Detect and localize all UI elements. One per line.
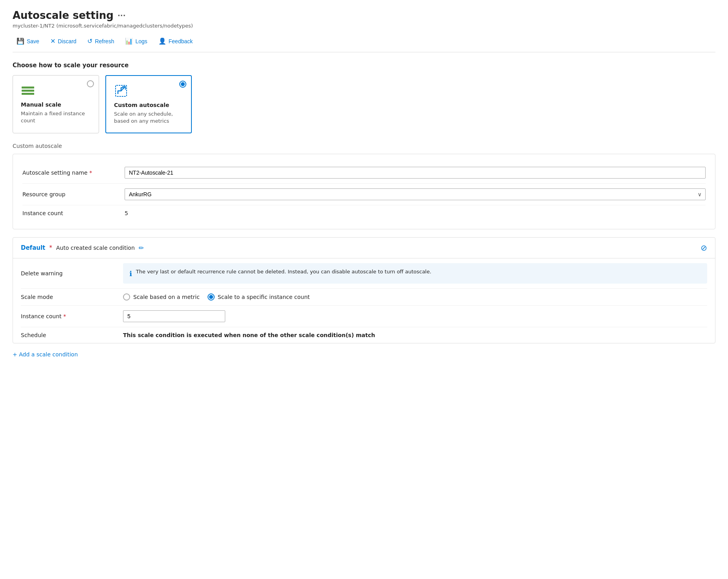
form-row-name: Autoscale setting name * bbox=[22, 162, 706, 184]
form-label-resource-group: Resource group bbox=[22, 191, 125, 197]
form-row-scale-mode: Scale mode Scale based on a metric Scale… bbox=[21, 289, 707, 306]
form-control-instance-count: 5 bbox=[125, 210, 706, 216]
add-condition-label: + Add a scale condition bbox=[13, 351, 78, 358]
delete-warning-text: The very last or default recurrence rule… bbox=[136, 268, 432, 276]
svg-rect-0 bbox=[22, 87, 34, 89]
form-row-condition-instance-count: Instance count * bbox=[21, 306, 707, 327]
form-row-instance-count: Instance count 5 bbox=[22, 205, 706, 221]
custom-autoscale-title: Custom autoscale bbox=[114, 102, 183, 108]
scale-specific-option[interactable]: Scale to a specific instance count bbox=[208, 293, 310, 301]
form-control-delete-warning: ℹ The very last or default recurrence ru… bbox=[123, 263, 707, 284]
form-label-delete-warning: Delete warning bbox=[21, 270, 123, 277]
refresh-label: Refresh bbox=[95, 38, 114, 44]
discard-label: Discard bbox=[58, 38, 76, 44]
more-options-icon[interactable]: ··· bbox=[118, 11, 126, 20]
condition-default-label: Default bbox=[21, 244, 45, 251]
condition-name: Auto created scale condition bbox=[56, 245, 135, 251]
custom-autoscale-desc: Scale on any schedule, based on any metr… bbox=[114, 111, 183, 125]
manual-scale-card[interactable]: Manual scale Maintain a fixed instance c… bbox=[13, 75, 99, 133]
add-condition-link[interactable]: + Add a scale condition bbox=[13, 351, 715, 358]
refresh-button[interactable]: ↺ Refresh bbox=[83, 35, 118, 47]
autoscale-name-input[interactable] bbox=[125, 167, 706, 179]
svg-rect-2 bbox=[22, 93, 34, 95]
edit-condition-icon[interactable]: ✏️ bbox=[139, 244, 144, 252]
disable-condition-icon[interactable]: ⊘ bbox=[700, 243, 707, 253]
logs-label: Logs bbox=[135, 38, 147, 44]
save-icon: 💾 bbox=[17, 37, 24, 45]
manual-scale-title: Manual scale bbox=[21, 101, 91, 108]
scale-mode-radio-group: Scale based on a metric Scale to a speci… bbox=[123, 293, 707, 301]
delete-warning-alert: ℹ The very last or default recurrence ru… bbox=[123, 263, 707, 284]
svg-line-4 bbox=[121, 87, 125, 91]
manual-scale-desc: Maintain a fixed instance count bbox=[21, 110, 91, 124]
form-label-name: Autoscale setting name * bbox=[22, 170, 125, 176]
scale-options: Manual scale Maintain a fixed instance c… bbox=[13, 75, 715, 133]
logs-button[interactable]: 📊 Logs bbox=[121, 35, 151, 47]
form-label-condition-instance-count: Instance count * bbox=[21, 313, 123, 319]
form-row-resource-group: Resource group AnkurRG ∨ bbox=[22, 184, 706, 205]
instance-count-value: 5 bbox=[125, 210, 128, 216]
choose-scale-heading: Choose how to scale your resource bbox=[13, 62, 715, 69]
scale-specific-radio[interactable] bbox=[208, 293, 215, 301]
scale-metric-radio[interactable] bbox=[123, 293, 130, 301]
custom-autoscale-radio[interactable] bbox=[179, 81, 186, 88]
condition-body: Delete warning ℹ The very last or defaul… bbox=[13, 258, 715, 343]
custom-autoscale-label: Custom autoscale bbox=[13, 143, 715, 149]
feedback-button[interactable]: 👤 Feedback bbox=[154, 35, 197, 47]
form-control-condition-instance-count bbox=[123, 310, 707, 322]
title-text: Autoscale setting bbox=[13, 9, 114, 21]
scale-metric-label: Scale based on a metric bbox=[133, 294, 200, 300]
condition-section: Default * Auto created scale condition ✏… bbox=[13, 237, 715, 343]
refresh-icon: ↺ bbox=[87, 37, 92, 45]
info-icon: ℹ bbox=[129, 268, 132, 279]
save-label: Save bbox=[27, 38, 39, 44]
form-label-instance-count: Instance count bbox=[22, 210, 125, 216]
schedule-text: This scale condition is executed when no… bbox=[123, 332, 375, 338]
logs-icon: 📊 bbox=[125, 37, 133, 45]
form-control-schedule: This scale condition is executed when no… bbox=[123, 332, 707, 338]
page-title: Autoscale setting ··· bbox=[13, 9, 715, 21]
save-button[interactable]: 💾 Save bbox=[13, 35, 43, 47]
name-required-mark: * bbox=[89, 170, 92, 176]
page-subtitle: mycluster-1/NT2 (microsoft.servicefabric… bbox=[13, 23, 715, 29]
feedback-icon: 👤 bbox=[158, 37, 166, 45]
custom-autoscale-card[interactable]: Custom autoscale Scale on any schedule, … bbox=[105, 75, 192, 133]
condition-header: Default * Auto created scale condition ✏… bbox=[13, 238, 715, 258]
scale-specific-label: Scale to a specific instance count bbox=[218, 294, 310, 300]
svg-rect-1 bbox=[22, 90, 34, 92]
form-label-schedule: Schedule bbox=[21, 332, 123, 338]
toolbar: 💾 Save ✕ Discard ↺ Refresh 📊 Logs 👤 Feed… bbox=[13, 35, 715, 52]
scale-metric-option[interactable]: Scale based on a metric bbox=[123, 293, 200, 301]
manual-scale-icon bbox=[21, 83, 35, 98]
condition-instance-count-input[interactable] bbox=[123, 310, 225, 322]
resource-group-select[interactable]: AnkurRG bbox=[125, 188, 706, 200]
form-row-delete-warning: Delete warning ℹ The very last or defaul… bbox=[21, 258, 707, 289]
form-control-name bbox=[125, 167, 706, 179]
form-row-schedule: Schedule This scale condition is execute… bbox=[21, 327, 707, 343]
discard-button[interactable]: ✕ Discard bbox=[46, 35, 80, 47]
form-control-resource-group: AnkurRG ∨ bbox=[125, 188, 706, 200]
feedback-label: Feedback bbox=[169, 38, 193, 44]
resource-group-select-wrapper: AnkurRG ∨ bbox=[125, 188, 706, 200]
manual-scale-radio[interactable] bbox=[87, 80, 94, 87]
condition-required-mark: * bbox=[49, 244, 52, 251]
form-control-scale-mode: Scale based on a metric Scale to a speci… bbox=[123, 293, 707, 301]
condition-instance-count-required-mark: * bbox=[63, 313, 66, 319]
discard-icon: ✕ bbox=[50, 37, 55, 45]
form-label-scale-mode: Scale mode bbox=[21, 294, 123, 300]
autoscale-form-section: Autoscale setting name * Resource group … bbox=[13, 154, 715, 229]
custom-autoscale-icon bbox=[114, 84, 128, 98]
